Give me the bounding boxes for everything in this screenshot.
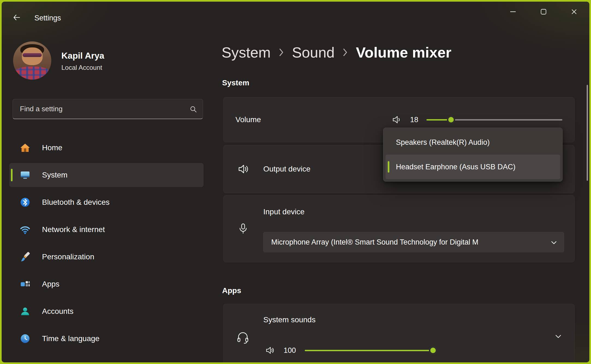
chevron-right-icon (278, 47, 284, 57)
maximize-icon (540, 8, 547, 15)
settings-window: Settings Kapil Arya Local Account (2, 2, 589, 362)
bluetooth-icon (20, 197, 31, 208)
output-device-label: Output device (263, 165, 311, 173)
input-device-label: Input device (263, 207, 305, 216)
search-icon[interactable] (190, 106, 197, 113)
minimize-icon (509, 8, 517, 15)
wifi-icon (20, 224, 31, 235)
expand-chevron-icon[interactable] (554, 332, 562, 341)
volume-slider[interactable] (426, 116, 562, 124)
microphone-icon (237, 222, 249, 235)
sidebar-item-label: Accounts (42, 307, 73, 316)
selected-indicator (388, 161, 389, 173)
breadcrumb: System Sound Volume mixer (222, 41, 451, 63)
back-arrow-icon (12, 13, 21, 22)
avatar-shirt (13, 67, 51, 80)
selected-indicator (11, 169, 13, 181)
sidebar-item-label: Bluetooth & devices (42, 198, 110, 207)
avatar (13, 41, 51, 80)
input-device-selected-value: Microphone Array (Intel® Smart Sound Tec… (271, 238, 478, 246)
sidebar-item-apps[interactable]: Apps (9, 272, 204, 296)
speaker-low-icon (392, 115, 402, 125)
volume-label: Volume (235, 115, 261, 124)
dropdown-option-label: Headset Earphone (Asus USB DAC) (396, 163, 515, 171)
user-name: Kapil Arya (61, 51, 104, 61)
back-button[interactable] (9, 10, 25, 25)
sidebar-nav: Home System Bluetooth & devices Network … (9, 136, 204, 354)
section-header-apps: Apps (222, 286, 241, 295)
apps-icon (20, 279, 31, 290)
window-title: Settings (34, 13, 61, 23)
minimize-button[interactable] (498, 2, 528, 22)
headset-icon (236, 331, 250, 344)
system-sounds-card: System sounds 100 (223, 304, 575, 362)
window-controls (498, 2, 589, 22)
breadcrumb-system[interactable]: System (222, 44, 271, 61)
sidebar-item-label: Home (42, 143, 62, 152)
input-device-card: Input device Microphone Array (Intel® Sm… (223, 195, 575, 262)
slider-thumb[interactable] (447, 116, 455, 124)
chevron-right-icon (342, 47, 348, 57)
sidebar-item-system[interactable]: System (9, 163, 204, 187)
paintbrush-icon (20, 251, 31, 262)
speaker-loud-icon (238, 163, 250, 175)
speaker-icon (265, 346, 275, 355)
volume-controls: 18 (392, 115, 562, 125)
system-sounds-label: System sounds (263, 315, 315, 324)
sidebar-item-time-language[interactable]: Time & language (9, 327, 204, 351)
slider-fill (426, 119, 451, 121)
sidebar-item-accounts[interactable]: Accounts (9, 299, 204, 323)
close-button[interactable] (559, 2, 589, 22)
slider-thumb[interactable] (429, 346, 437, 354)
system-sounds-value: 100 (280, 346, 300, 355)
sidebar-item-label: Time & language (42, 334, 100, 343)
system-icon (20, 170, 31, 181)
sidebar-item-home[interactable]: Home (9, 136, 204, 160)
home-icon (20, 142, 31, 153)
maximize-button[interactable] (528, 2, 559, 22)
sidebar-item-bluetooth-devices[interactable]: Bluetooth & devices (9, 190, 204, 214)
section-header-system: System (222, 79, 249, 87)
system-sounds-controls: 100 (263, 344, 433, 356)
page-title: Volume mixer (356, 44, 451, 61)
search-input[interactable] (13, 99, 203, 119)
input-device-select[interactable]: Microphone Array (Intel® Smart Sound Tec… (263, 232, 564, 252)
sidebar-item-network-internet[interactable]: Network & internet (9, 218, 204, 242)
close-icon (571, 8, 578, 15)
sidebar-item-label: System (42, 171, 67, 179)
user-account-type: Local Account (61, 64, 102, 71)
system-sounds-slider[interactable] (305, 346, 433, 354)
slider-fill (305, 350, 433, 351)
sidebar-item-label: Apps (42, 280, 59, 288)
clock-icon (20, 333, 31, 344)
volume-value: 18 (402, 116, 426, 124)
search-box (13, 99, 203, 119)
sidebar-item-personalization[interactable]: Personalization (9, 245, 204, 269)
dropdown-option-headset[interactable]: Headset Earphone (Asus USB DAC) (386, 155, 560, 179)
output-device-dropdown: Speakers (Realtek(R) Audio) Headset Earp… (383, 128, 563, 182)
person-icon (20, 306, 31, 317)
chevron-down-icon (550, 239, 558, 246)
sidebar-item-label: Personalization (42, 252, 94, 261)
scrollbar[interactable] (587, 85, 588, 181)
breadcrumb-sound[interactable]: Sound (292, 44, 335, 61)
dropdown-option-speakers[interactable]: Speakers (Realtek(R) Audio) (386, 130, 560, 155)
sidebar-item-label: Network & internet (42, 225, 105, 234)
avatar-sunglasses (23, 53, 42, 57)
